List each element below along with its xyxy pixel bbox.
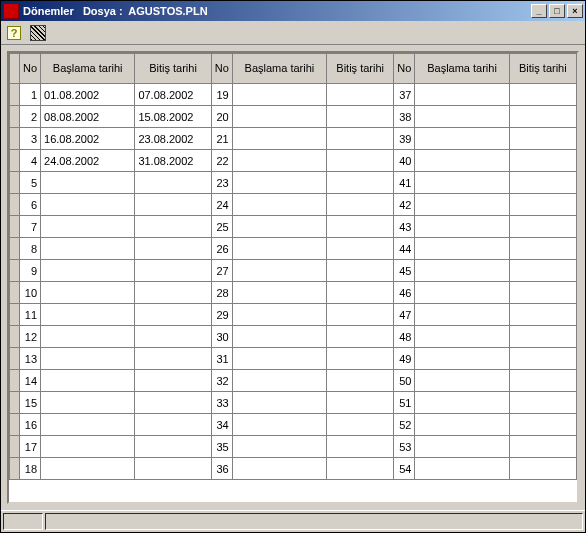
table-row[interactable]: 123048 <box>10 326 577 348</box>
cell-start[interactable] <box>415 84 509 106</box>
cell-end[interactable] <box>135 304 211 326</box>
cell-start[interactable] <box>41 392 135 414</box>
cell-no[interactable]: 36 <box>211 458 232 480</box>
cell-start[interactable]: 24.08.2002 <box>41 150 135 172</box>
cell-no[interactable]: 12 <box>20 326 41 348</box>
cell-end[interactable] <box>509 172 576 194</box>
cell-start[interactable] <box>415 326 509 348</box>
cell-no[interactable]: 7 <box>20 216 41 238</box>
cell-start[interactable] <box>232 348 326 370</box>
cell-no[interactable]: 26 <box>211 238 232 260</box>
cell-no[interactable]: 53 <box>394 436 415 458</box>
cell-no[interactable]: 6 <box>20 194 41 216</box>
row-selector[interactable] <box>10 414 20 436</box>
cell-no[interactable]: 19 <box>211 84 232 106</box>
row-selector[interactable] <box>10 238 20 260</box>
cell-start[interactable] <box>232 84 326 106</box>
cell-start[interactable] <box>415 238 509 260</box>
periods-table[interactable]: NoBaşlama tarihiBitiş tarihiNoBaşlama ta… <box>9 53 577 480</box>
cell-start[interactable]: 08.08.2002 <box>41 106 135 128</box>
cell-end[interactable] <box>509 436 576 458</box>
table-row[interactable]: 424.08.200231.08.20022240 <box>10 150 577 172</box>
cell-end[interactable] <box>327 392 394 414</box>
cell-start[interactable] <box>232 458 326 480</box>
cell-no[interactable]: 47 <box>394 304 415 326</box>
cell-end[interactable] <box>327 238 394 260</box>
row-selector[interactable] <box>10 260 20 282</box>
cell-end[interactable] <box>327 458 394 480</box>
table-row[interactable]: 101.08.200207.08.20021937 <box>10 84 577 106</box>
cell-end[interactable] <box>327 84 394 106</box>
cell-start[interactable]: 16.08.2002 <box>41 128 135 150</box>
row-selector[interactable] <box>10 150 20 172</box>
cell-no[interactable]: 49 <box>394 348 415 370</box>
cell-end[interactable] <box>509 216 576 238</box>
cell-end[interactable] <box>509 194 576 216</box>
cell-end[interactable] <box>135 370 211 392</box>
cell-start[interactable] <box>232 238 326 260</box>
table-row[interactable]: 102846 <box>10 282 577 304</box>
cell-no[interactable]: 54 <box>394 458 415 480</box>
cell-start[interactable] <box>41 458 135 480</box>
cell-start[interactable] <box>232 326 326 348</box>
cell-no[interactable]: 39 <box>394 128 415 150</box>
cell-no[interactable]: 27 <box>211 260 232 282</box>
table-row[interactable]: 72543 <box>10 216 577 238</box>
cell-start[interactable] <box>415 260 509 282</box>
cell-start[interactable] <box>415 436 509 458</box>
cell-no[interactable]: 30 <box>211 326 232 348</box>
row-selector[interactable] <box>10 304 20 326</box>
cell-start[interactable] <box>232 128 326 150</box>
close-button[interactable]: × <box>567 4 583 18</box>
cell-no[interactable]: 28 <box>211 282 232 304</box>
cell-start[interactable] <box>232 216 326 238</box>
cell-end[interactable] <box>327 172 394 194</box>
cell-no[interactable]: 21 <box>211 128 232 150</box>
cell-no[interactable]: 31 <box>211 348 232 370</box>
row-selector[interactable] <box>10 348 20 370</box>
cell-end[interactable]: 07.08.2002 <box>135 84 211 106</box>
cell-no[interactable]: 35 <box>211 436 232 458</box>
cell-no[interactable]: 44 <box>394 238 415 260</box>
cell-start[interactable] <box>41 348 135 370</box>
table-row[interactable]: 133149 <box>10 348 577 370</box>
row-selector[interactable] <box>10 128 20 150</box>
cell-no[interactable]: 52 <box>394 414 415 436</box>
cell-no[interactable]: 24 <box>211 194 232 216</box>
cell-end[interactable] <box>327 282 394 304</box>
cell-end[interactable] <box>135 260 211 282</box>
row-selector[interactable] <box>10 458 20 480</box>
maximize-button[interactable]: □ <box>549 4 565 18</box>
cell-start[interactable] <box>41 172 135 194</box>
cell-end[interactable] <box>509 128 576 150</box>
cell-start[interactable] <box>415 458 509 480</box>
row-selector[interactable] <box>10 282 20 304</box>
table-row[interactable]: 82644 <box>10 238 577 260</box>
cell-no[interactable]: 15 <box>20 392 41 414</box>
row-selector[interactable] <box>10 326 20 348</box>
cell-end[interactable] <box>509 84 576 106</box>
cell-no[interactable]: 42 <box>394 194 415 216</box>
cell-no[interactable]: 17 <box>20 436 41 458</box>
cell-no[interactable]: 45 <box>394 260 415 282</box>
grid-panel[interactable]: NoBaşlama tarihiBitiş tarihiNoBaşlama ta… <box>7 51 579 504</box>
cell-start[interactable] <box>232 194 326 216</box>
cell-end[interactable] <box>135 282 211 304</box>
cell-end[interactable] <box>135 436 211 458</box>
cell-end[interactable] <box>327 436 394 458</box>
cell-no[interactable]: 2 <box>20 106 41 128</box>
cell-end[interactable] <box>327 150 394 172</box>
row-selector[interactable] <box>10 106 20 128</box>
table-row[interactable]: 316.08.200223.08.20022139 <box>10 128 577 150</box>
cell-end[interactable] <box>327 260 394 282</box>
table-row[interactable]: 153351 <box>10 392 577 414</box>
cell-end[interactable] <box>509 106 576 128</box>
cell-end[interactable] <box>509 304 576 326</box>
cell-end[interactable] <box>135 392 211 414</box>
cell-no[interactable]: 37 <box>394 84 415 106</box>
cell-start[interactable] <box>232 172 326 194</box>
cell-no[interactable]: 4 <box>20 150 41 172</box>
cell-start[interactable] <box>415 282 509 304</box>
table-row[interactable]: 173553 <box>10 436 577 458</box>
cell-start[interactable] <box>41 216 135 238</box>
